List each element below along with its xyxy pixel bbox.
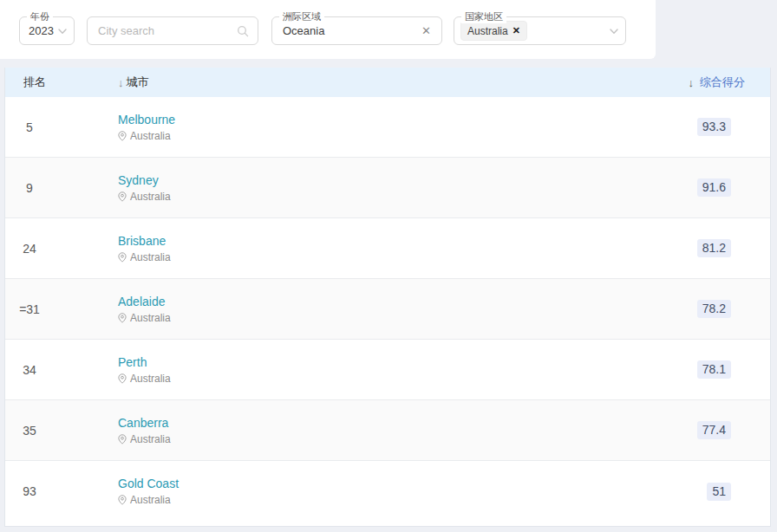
city-cell: Perth Australia: [118, 355, 697, 385]
year-select-value: 2023: [20, 24, 57, 37]
city-cell: Gold Coast Australia: [118, 477, 707, 506]
rank-value: 24: [5, 242, 118, 256]
rank-value: 93: [5, 484, 118, 498]
country-line: Australia: [118, 251, 697, 263]
country-label: Australia: [130, 130, 171, 142]
score-badge: 91.6: [697, 178, 731, 197]
sort-desc-icon: ↓: [689, 76, 695, 89]
country-tag-label: Australia: [467, 25, 508, 37]
location-pin-icon: [118, 252, 127, 263]
city-cell: Adelaide Australia: [118, 295, 697, 324]
filter-bar: 年份 2023 洲际区域 Oceania ✕ 国家地区 Australia ✕: [0, 0, 656, 59]
city-link[interactable]: Melbourne: [118, 113, 175, 127]
year-select[interactable]: 年份 2023: [19, 16, 75, 45]
remove-tag-icon[interactable]: ✕: [513, 26, 520, 36]
table-row: =31 Adelaide Australia 78.2: [5, 279, 770, 340]
city-cell: Sydney Australia: [118, 173, 697, 203]
table-row: 35 Canberra Australia 77.4: [5, 400, 770, 461]
country-label: Australia: [130, 494, 171, 506]
city-link[interactable]: Adelaide: [118, 295, 166, 308]
country-line: Australia: [118, 494, 707, 506]
table-row: 5 Melbourne Australia 93.3: [5, 97, 770, 158]
region-select-label: 洲际区域: [279, 10, 324, 23]
location-pin-icon: [118, 495, 127, 505]
country-line: Australia: [118, 433, 697, 445]
country-select[interactable]: 国家地区 Australia ✕: [454, 16, 626, 45]
city-cell: Melbourne Australia: [118, 113, 697, 142]
location-pin-icon: [118, 373, 127, 384]
year-select-label: 年份: [27, 10, 53, 23]
country-tag: Australia ✕: [460, 21, 527, 41]
rank-value: 35: [5, 424, 118, 438]
score-cell: 81.2: [697, 239, 770, 257]
score-cell: 78.1: [697, 360, 770, 379]
country-label: Australia: [130, 373, 171, 385]
city-cell: Brisbane Australia: [118, 234, 697, 263]
score-cell: 78.2: [697, 300, 770, 318]
clear-region-icon[interactable]: ✕: [421, 25, 431, 36]
column-header-rank: 排名: [5, 75, 118, 90]
score-badge: 78.2: [697, 300, 731, 318]
city-search-box: [87, 16, 258, 45]
chevron-down-icon: [609, 26, 619, 36]
table-row: 93 Gold Coast Australia 51: [5, 461, 770, 522]
score-cell: 77.4: [697, 421, 770, 439]
city-ranking-table: 排名 ↓ 城市 ↓ 综合得分 5 Melbourne Australia 93.…: [4, 68, 771, 527]
city-link[interactable]: Perth: [118, 355, 147, 369]
table-row: 9 Sydney Australia 91.6: [5, 158, 770, 218]
city-link[interactable]: Canberra: [118, 416, 168, 430]
country-select-label: 国家地区: [461, 10, 506, 23]
score-badge: 78.1: [697, 360, 731, 379]
location-pin-icon: [118, 131, 127, 141]
country-line: Australia: [118, 191, 697, 203]
region-select[interactable]: 洲际区域 Oceania ✕: [271, 16, 442, 45]
city-cell: Canberra Australia: [118, 416, 697, 445]
city-link[interactable]: Sydney: [118, 173, 159, 187]
rank-value: 9: [5, 181, 118, 195]
table-body: 5 Melbourne Australia 93.3 9 Sydney: [5, 97, 770, 522]
country-line: Australia: [118, 130, 697, 142]
location-pin-icon: [118, 191, 127, 202]
region-select-value: Oceania: [272, 24, 421, 37]
city-link[interactable]: Brisbane: [118, 234, 166, 248]
search-icon: [237, 25, 249, 37]
column-header-score-label: 综合得分: [700, 75, 745, 90]
table-header-row: 排名 ↓ 城市 ↓ 综合得分: [5, 68, 770, 97]
score-badge: 51: [707, 483, 731, 501]
column-header-city-label: 城市: [127, 75, 149, 90]
score-cell: 91.6: [697, 178, 770, 197]
score-cell: 93.3: [697, 118, 770, 136]
city-link[interactable]: Gold Coast: [118, 477, 179, 490]
column-header-city[interactable]: ↓ 城市: [118, 75, 689, 90]
score-badge: 93.3: [697, 118, 731, 136]
location-pin-icon: [118, 313, 127, 323]
score-badge: 81.2: [697, 239, 731, 257]
rank-value: 34: [5, 363, 118, 377]
country-label: Australia: [130, 251, 171, 263]
sort-desc-icon: ↓: [118, 76, 124, 89]
country-label: Australia: [130, 312, 171, 324]
location-pin-icon: [118, 434, 127, 444]
country-label: Australia: [130, 433, 171, 445]
rank-value: =31: [5, 302, 118, 316]
country-line: Australia: [118, 312, 697, 324]
city-search-input[interactable]: [88, 24, 237, 37]
table-row: 34 Perth Australia 78.1: [5, 340, 770, 400]
chevron-down-icon: [57, 26, 68, 36]
score-cell: 51: [707, 483, 770, 501]
table-row: 24 Brisbane Australia 81.2: [5, 218, 770, 279]
country-line: Australia: [118, 373, 697, 385]
score-badge: 77.4: [697, 421, 731, 439]
country-label: Australia: [130, 191, 171, 203]
rank-value: 5: [5, 120, 118, 134]
column-header-score[interactable]: ↓ 综合得分: [689, 75, 771, 90]
